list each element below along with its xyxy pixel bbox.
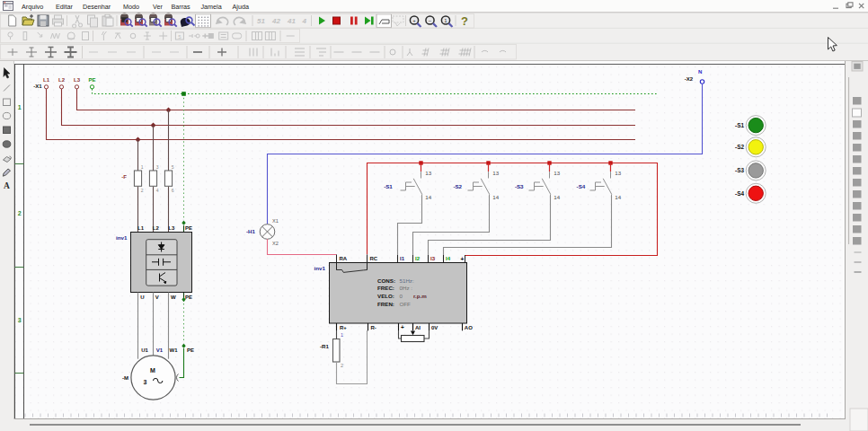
svg-text:Modo: Modo: [123, 3, 139, 11]
svg-text:AO: AO: [465, 325, 473, 330]
svg-text:41: 41: [287, 17, 296, 25]
svg-text:-M: -M: [122, 375, 128, 381]
svg-text:3: 3: [144, 379, 147, 385]
svg-text:inv1: inv1: [116, 234, 128, 241]
svg-text:+: +: [461, 256, 465, 262]
svg-text:A: A: [4, 181, 10, 190]
svg-text:R+: R+: [340, 325, 347, 330]
svg-text:L2: L2: [58, 77, 66, 83]
svg-text:-S1: -S1: [384, 183, 393, 189]
svg-text:4: 4: [302, 17, 307, 25]
svg-text:-S1: -S1: [735, 122, 744, 128]
svg-text:N: N: [698, 69, 702, 75]
svg-text:-S2: -S2: [735, 144, 744, 150]
svg-text:PE: PE: [88, 77, 95, 83]
svg-text:r.p.m: r.p.m: [413, 293, 427, 299]
svg-text:-S2: -S2: [453, 183, 462, 189]
svg-text:6: 6: [172, 188, 174, 193]
svg-text:51: 51: [257, 17, 265, 25]
svg-text:L2: L2: [153, 225, 160, 231]
svg-text:R-: R-: [371, 325, 376, 330]
svg-text:42: 42: [271, 17, 280, 25]
svg-text:-H1: -H1: [246, 228, 256, 234]
svg-text:−: −: [429, 18, 432, 23]
svg-text:RC: RC: [370, 256, 378, 261]
svg-text:0Hz :: 0Hz :: [400, 285, 413, 291]
svg-text:L1: L1: [137, 225, 145, 231]
svg-text:Desenhar: Desenhar: [83, 3, 111, 11]
svg-text:W1: W1: [170, 347, 179, 353]
svg-text:3: 3: [156, 164, 159, 170]
svg-text:-X2: -X2: [685, 76, 694, 82]
svg-text:-S4: -S4: [577, 183, 586, 189]
svg-text:Arquivo: Arquivo: [22, 3, 43, 11]
svg-text:VELO:: VELO:: [377, 293, 394, 299]
svg-text:Ajuda: Ajuda: [233, 3, 249, 11]
svg-text:V1: V1: [156, 347, 164, 353]
svg-text:I2: I2: [415, 256, 421, 261]
svg-text:L1: L1: [43, 77, 50, 83]
svg-text:1: 1: [141, 164, 144, 170]
svg-text:51Hz:: 51Hz:: [400, 277, 414, 284]
svg-text:Jamela: Jamela: [201, 3, 222, 11]
svg-text:OFF: OFF: [400, 301, 412, 307]
svg-text:W: W: [171, 295, 176, 300]
svg-text:1: 1: [341, 332, 343, 338]
svg-text:Barras: Barras: [172, 3, 191, 11]
svg-text:M: M: [150, 367, 155, 374]
svg-text:0: 0: [400, 293, 403, 299]
svg-text:I3: I3: [430, 256, 436, 261]
svg-text:inv1: inv1: [314, 265, 326, 271]
svg-text:X1: X1: [272, 218, 279, 224]
svg-text:2: 2: [141, 188, 144, 193]
svg-text:CONS:: CONS:: [377, 277, 395, 284]
svg-text:I1: I1: [400, 256, 405, 261]
svg-text:PE: PE: [185, 295, 192, 300]
svg-text:-F: -F: [121, 174, 127, 180]
svg-text:?: ?: [461, 14, 468, 28]
svg-text:1: 1: [18, 104, 22, 110]
svg-text:3: 3: [18, 317, 22, 323]
svg-text:+: +: [401, 324, 404, 330]
svg-text:L3: L3: [168, 225, 175, 231]
svg-text:I4: I4: [446, 256, 451, 261]
svg-text:Editar: Editar: [56, 3, 73, 11]
svg-text:PE: PE: [187, 347, 194, 353]
svg-text:AI: AI: [415, 325, 421, 330]
svg-text:V: V: [155, 295, 159, 300]
svg-text:4: 4: [156, 188, 159, 193]
svg-text:-R1: -R1: [320, 343, 330, 349]
svg-text:-X1: -X1: [33, 84, 42, 89]
svg-text:U1: U1: [141, 347, 148, 353]
svg-text:-S4: -S4: [735, 190, 744, 197]
svg-text:PE: PE: [185, 225, 192, 231]
svg-text:+: +: [412, 18, 416, 23]
svg-text:-S3: -S3: [735, 167, 744, 173]
svg-text:U: U: [140, 295, 144, 300]
svg-text:2: 2: [18, 210, 22, 216]
svg-text:2: 2: [341, 363, 343, 368]
svg-text:0V: 0V: [431, 325, 438, 330]
svg-text:Ver: Ver: [153, 3, 163, 11]
svg-text:FREC:: FREC:: [377, 285, 394, 291]
svg-text:L3: L3: [74, 77, 81, 83]
svg-text:5: 5: [172, 164, 174, 170]
svg-text:X2: X2: [272, 241, 279, 246]
svg-text:FREN:: FREN:: [377, 301, 394, 307]
svg-text:-S3: -S3: [515, 183, 524, 189]
svg-text:RA: RA: [340, 256, 348, 261]
